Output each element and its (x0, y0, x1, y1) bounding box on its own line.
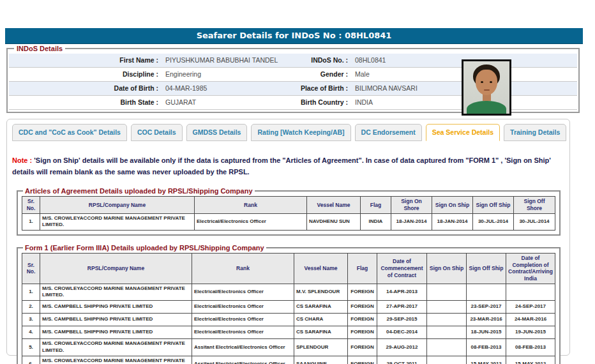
column-header: Sign Off Shore (514, 197, 555, 213)
table-cell: Electrical/Electronics Officer (192, 326, 294, 339)
table-row: 2.M/S. CAMPBELL SHIPPING PRIVATE LIMITED… (22, 301, 555, 314)
field-label: Gender : (271, 68, 350, 81)
table-cell: Electrical/Electronics Officer (192, 284, 294, 301)
tab-rating-watch-keeping-ab[interactable]: Rating [Watch Keeping/AB] (251, 124, 350, 141)
articles-of-agreement-legend: Articles of Agreement Details uploaded b… (23, 187, 255, 195)
column-header: Flag (361, 197, 391, 213)
form1-table: Sr. No.RPSL/Company NameRankVessel NameF… (22, 253, 555, 364)
column-header: Date of Commencement of Contract (377, 254, 427, 284)
column-header: Sr. No. (22, 197, 40, 213)
field-value: Engineering (161, 68, 271, 81)
column-header: Rank (192, 254, 294, 284)
photo-eye (490, 81, 492, 83)
column-header: Vessel Name (307, 197, 361, 213)
seafarer-photo (462, 59, 511, 116)
field-label: First Name : (9, 54, 161, 67)
column-header: Sr. No. (22, 254, 40, 284)
table-cell: 24-MAR-2016 (506, 314, 555, 326)
field-label: INDoS No. : (271, 54, 350, 67)
table-header-row: Sr. No.RPSL/Company NameRankVessel NameF… (22, 197, 555, 213)
tab-training-details[interactable]: Training Details (504, 124, 566, 141)
tab-gmdss-details[interactable]: GMDSS Details (186, 124, 248, 141)
page-title: Seafarer Details for INDoS No : 08HL0841 (197, 31, 392, 40)
indos-details-section: INDoS Details First Name :PIYUSHKUMAR BA… (6, 45, 580, 113)
table-cell: 18-JAN-2014 (432, 213, 473, 231)
table-cell: 29-SEP-2015 (377, 314, 427, 326)
tab-sea-service-details[interactable]: Sea Service Details (426, 124, 500, 141)
table-cell: M/S. CROWLEYACCORD MARINE MANAGEMENT PRI… (40, 284, 192, 301)
column-header: Date of Completion of Contract/Arriving … (506, 254, 555, 284)
table-cell: NAVDHENU SUN (307, 213, 361, 231)
tab-cdc-and-coc-as-cook-details[interactable]: CDC and "CoC as Cook" Details (12, 124, 127, 141)
table-cell (427, 326, 467, 339)
field-label: Birth State : (9, 96, 161, 109)
field-value: 04-MAR-1985 (161, 82, 271, 95)
photo-face (476, 70, 497, 95)
table-cell: 3. (22, 314, 40, 326)
table-cell: M/S. CAMPBELL SHIPPING PRIVATE LIMITED (40, 326, 192, 339)
indos-details-legend: INDoS Details (14, 45, 65, 52)
table-cell: Electrical/Electronics Officer (192, 301, 294, 314)
table-row: 3.M/S. CAMPBELL SHIPPING PRIVATE LIMITED… (22, 314, 555, 326)
table-cell: SPLENDOUR (294, 339, 348, 356)
column-header: Sign On Ship (432, 197, 473, 213)
table-cell: 5. (22, 339, 40, 356)
table-cell: 15-MAY-2012 (506, 356, 555, 364)
column-header: RPSL/Company Name (40, 254, 192, 284)
field-label: Birth Country : (271, 96, 350, 109)
table-cell (427, 356, 467, 364)
tab-coc-details[interactable]: COC Details (131, 124, 183, 141)
note-text: 'Sign on Ship' details will be available… (12, 156, 551, 176)
table-cell: 30-JUL-2014 (514, 213, 555, 231)
field-label: Discipline : (9, 68, 161, 81)
table-row: 1.M/S. CROWLEYACCORD MARINE MANAGEMENT P… (22, 284, 555, 301)
table-cell: 18-JAN-2014 (391, 213, 432, 231)
table-cell: 4. (22, 326, 40, 339)
table-cell: FOREIGN (348, 356, 377, 364)
table-cell: 08-FEB-2013 (467, 339, 506, 356)
table-cell: M/S. CAMPBELL SHIPPING PRIVATE LIMITED (40, 301, 192, 314)
table-cell: FOREIGN (348, 284, 377, 301)
column-header: Flag (348, 254, 377, 284)
table-cell (427, 339, 467, 356)
table-cell: FOREIGN (348, 301, 377, 314)
photo-shirt (467, 101, 506, 116)
table-cell: 23-MAR-2016 (467, 314, 506, 326)
table-cell (427, 314, 467, 326)
table-row: 5.M/S. CROWLEYACCORD MARINE MANAGEMENT P… (22, 339, 555, 356)
table-cell: 1. (22, 213, 40, 231)
form1-legend: Form 1 (Earlier Form IIIA) Details uploa… (23, 244, 266, 252)
field-label: Place of Birth : (271, 82, 350, 95)
table-cell: FOREIGN (348, 314, 377, 326)
tab-dc-endorsement[interactable]: DC Endorsement (355, 124, 422, 141)
table-cell: 1. (22, 284, 40, 301)
form1-section: Form 1 (Earlier Form IIIA) Details uploa… (17, 244, 561, 364)
table-cell (427, 284, 467, 301)
table-cell (506, 284, 555, 301)
table-cell (427, 301, 467, 314)
table-cell: 2. (22, 301, 40, 314)
table-cell: Electrical/Electronics Officer (192, 314, 294, 326)
table-cell: 24-SEP-2017 (506, 301, 555, 314)
table-cell: 6. (22, 356, 40, 364)
table-cell: 08-FEB-2013 (506, 339, 555, 356)
page-title-bar: Seafarer Details for INDoS No : 08HL0841 (5, 28, 583, 44)
table-cell: CS CHARA (294, 314, 348, 326)
table-row: 4.M/S. CAMPBELL SHIPPING PRIVATE LIMITED… (22, 326, 555, 339)
table-cell: 04-DEC-2014 (377, 326, 427, 339)
table-cell: FOREIGN (348, 339, 377, 356)
table-cell: 30-JUL-2014 (473, 213, 514, 231)
table-cell: M/S. CROWLEYACCORD MARINE MANAGEMENT PRI… (40, 356, 192, 364)
sea-service-tab-panel: CDC and "CoC as Cook" DetailsCOC Details… (6, 119, 570, 356)
column-header: Sign On Shore (391, 197, 432, 213)
note-prefix: Note : (12, 156, 34, 164)
table-cell (467, 284, 506, 301)
column-header: RPSL/Company Name (40, 197, 195, 213)
table-cell: Assitant Electrical/Electronics Officer (192, 356, 294, 364)
photo-eye (481, 81, 483, 83)
articles-of-agreement-table: Sr. No.RPSL/Company NameRankVessel NameF… (22, 196, 555, 231)
table-cell: INDIA (361, 213, 391, 231)
field-value: GUJARAT (161, 96, 271, 109)
table-cell: M/S. CROWLEYACCORD MARINE MANAGEMENT PRI… (40, 339, 192, 356)
table-row: 6.M/S. CROWLEYACCORD MARINE MANAGEMENT P… (22, 356, 555, 364)
